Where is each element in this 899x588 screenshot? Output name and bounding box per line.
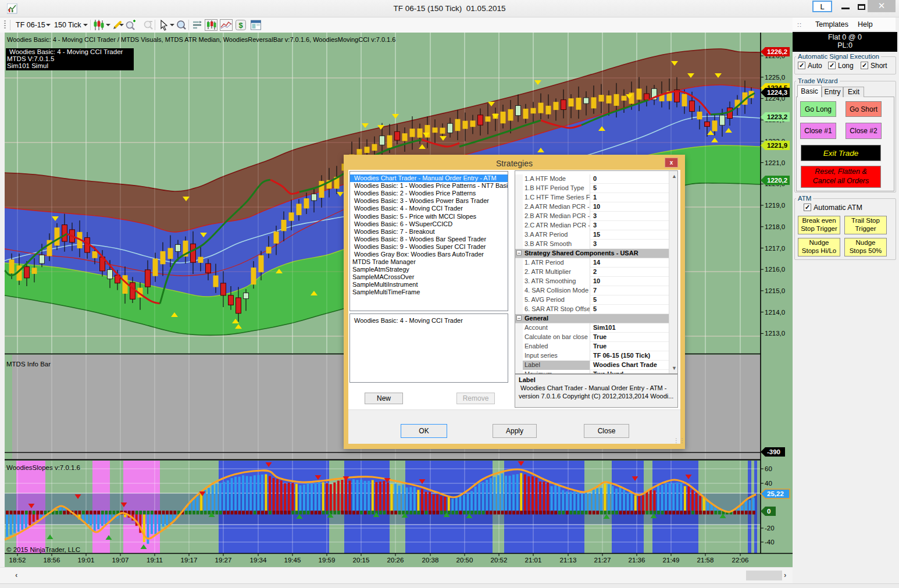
svg-text:Sim101 Simul: Sim101 Simul xyxy=(7,62,48,69)
svg-text:19:59: 19:59 xyxy=(319,557,336,564)
svg-text:1221,9: 1221,9 xyxy=(767,142,787,149)
svg-text:WoodiesSlopes v:7.0.1.6: WoodiesSlopes v:7.0.1.6 xyxy=(6,464,80,471)
svg-text:-40: -40 xyxy=(765,539,775,546)
svg-text:1216,0: 1216,0 xyxy=(765,266,785,273)
svg-text:22:06: 22:06 xyxy=(732,557,749,564)
svg-text:-390: -390 xyxy=(767,448,780,455)
svg-text:1214,0: 1214,0 xyxy=(765,309,785,316)
svg-text:19:07: 19:07 xyxy=(112,557,129,564)
svg-text:1217,0: 1217,0 xyxy=(765,245,785,252)
svg-text:1224,3: 1224,3 xyxy=(767,89,787,96)
svg-text:1225,0: 1225,0 xyxy=(765,74,785,81)
svg-text:20:50: 20:50 xyxy=(456,557,473,564)
svg-text:19:27: 19:27 xyxy=(215,557,232,564)
svg-text:1223,2: 1223,2 xyxy=(767,113,787,120)
svg-text:1221,0: 1221,0 xyxy=(765,159,785,166)
svg-text:21:36: 21:36 xyxy=(629,557,645,564)
svg-text:60: 60 xyxy=(765,465,772,472)
svg-text:25,22: 25,22 xyxy=(767,490,784,497)
svg-text:1218,0: 1218,0 xyxy=(765,223,785,230)
svg-text:21:58: 21:58 xyxy=(697,557,714,564)
svg-text:20:26: 20:26 xyxy=(387,557,404,564)
svg-text:19:34: 19:34 xyxy=(250,557,267,564)
svg-text:0: 0 xyxy=(767,508,770,515)
svg-text:18:52: 18:52 xyxy=(9,557,26,564)
svg-text:18:56: 18:56 xyxy=(44,557,60,564)
svg-text:20:52: 20:52 xyxy=(491,557,508,564)
svg-text:-20: -20 xyxy=(765,525,775,532)
svg-text:1213,0: 1213,0 xyxy=(765,330,785,337)
svg-text:MTDS V:7.0.1.5: MTDS V:7.0.1.5 xyxy=(7,55,54,62)
svg-text:40: 40 xyxy=(765,480,772,487)
svg-text:21:49: 21:49 xyxy=(663,557,680,564)
svg-text:20:15: 20:15 xyxy=(353,557,370,564)
svg-text:Woodies Basic: 4 - Moving CCI: Woodies Basic: 4 - Moving CCI Trader / M… xyxy=(7,36,395,43)
svg-text:Woodies Basic: 4 - Moving CCI: Woodies Basic: 4 - Moving CCI Trader xyxy=(9,48,123,55)
svg-text:1220,2: 1220,2 xyxy=(767,177,787,184)
svg-text:21:27: 21:27 xyxy=(594,557,611,564)
svg-text:21:01: 21:01 xyxy=(525,557,542,564)
svg-text:19:45: 19:45 xyxy=(284,557,301,564)
svg-text:19:17: 19:17 xyxy=(181,557,198,564)
svg-text:MTDS Info Bar: MTDS Info Bar xyxy=(6,361,51,368)
svg-text:$: $ xyxy=(238,21,243,30)
svg-text:1226,2: 1226,2 xyxy=(767,48,787,55)
svg-text:© 2015 NinjaTrader, LLC: © 2015 NinjaTrader, LLC xyxy=(6,546,80,553)
svg-text:1219,0: 1219,0 xyxy=(765,202,785,209)
svg-text:20:38: 20:38 xyxy=(422,557,439,564)
svg-text:19:01: 19:01 xyxy=(78,557,95,564)
svg-text:19:11: 19:11 xyxy=(147,557,163,564)
svg-text:1215,0: 1215,0 xyxy=(765,287,785,294)
svg-text:21:13: 21:13 xyxy=(560,557,577,564)
